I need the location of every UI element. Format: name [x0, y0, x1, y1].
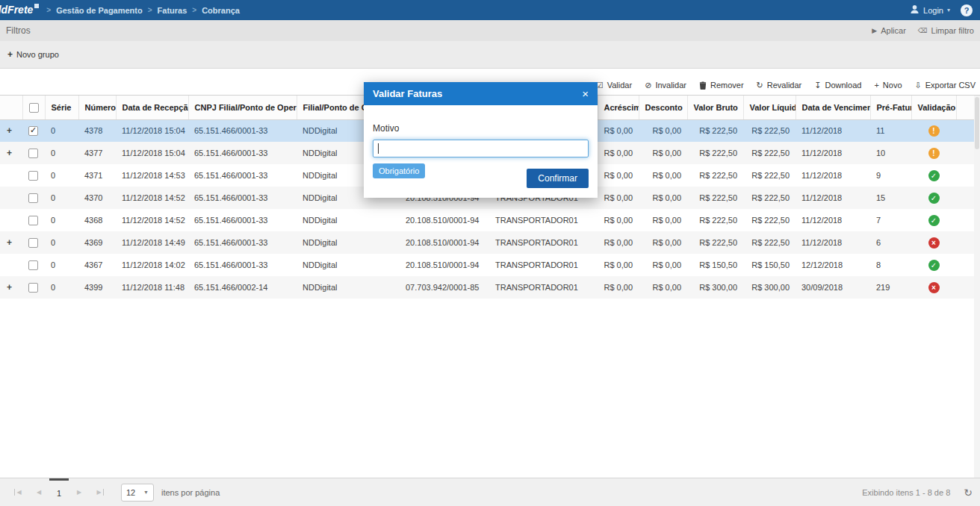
cell-cnpj-filial: 65.151.466/0002-14 — [188, 276, 297, 299]
page-size-dropdown[interactable]: 12 ▼ — [121, 484, 154, 502]
pager-right: Exibindo itens 1 - 8 de 8 ↻ — [862, 487, 973, 499]
validation-error-icon: × — [928, 282, 940, 293]
clear-filter-button[interactable]: ⌫ Limpar filtro — [918, 26, 974, 35]
row-checkbox[interactable] — [28, 149, 38, 158]
cell-numero: 4378 — [78, 119, 116, 142]
motivo-input[interactable] — [373, 140, 589, 157]
chevron-down-icon: ▼ — [143, 490, 149, 495]
cell-filial: NDDigital — [297, 209, 400, 231]
row-checkbox[interactable] — [28, 283, 38, 293]
breadcrumb-item-cobranca[interactable]: Cobrança — [202, 6, 240, 15]
export-csv-button[interactable]: ⇩ Exportar CSV — [915, 81, 976, 90]
row-expand-icon[interactable]: + — [7, 282, 12, 293]
table-row[interactable]: 0 4368 11/12/2018 14:52 65.151.466/0001-… — [0, 209, 974, 231]
cell-cnpj-filial: 65.151.466/0001-33 — [188, 164, 297, 187]
table-row[interactable]: + 0 4399 11/12/2018 11:48 65.151.466/000… — [0, 276, 974, 299]
row-expand-icon[interactable]: + — [7, 148, 12, 158]
cell-validacao: ! — [911, 142, 956, 164]
row-checkbox[interactable] — [28, 216, 38, 225]
cell-pre-fatura: 219 — [870, 276, 911, 299]
app-logo-text: ddFrete — [0, 0, 33, 20]
filters-panel-header: Filtros ▶ Aplicar ⌫ Limpar filtro — [0, 20, 980, 41]
row-expand-icon[interactable]: + — [7, 237, 12, 248]
required-validation-badge: Obrigatório — [373, 163, 425, 178]
table-row[interactable]: + 0 4369 11/12/2018 14:49 65.151.466/000… — [0, 231, 974, 254]
page-number-button[interactable]: 1 — [49, 478, 69, 506]
column-header-vencimento[interactable]: Data de Vencimento — [796, 96, 870, 119]
column-header-valor-bruto[interactable]: Valor Bruto — [687, 96, 743, 119]
cell-checkbox — [22, 231, 45, 254]
row-checkbox[interactable] — [28, 171, 38, 181]
vertical-scrollbar[interactable] — [974, 96, 980, 478]
cell-valor-liquido: R$ 222,50 — [743, 142, 796, 164]
column-header-recepcao[interactable]: Data de Recepção↓ — [116, 96, 188, 119]
column-header-validacao[interactable]: Validação — [911, 96, 956, 119]
cell-recepcao: 11/12/2018 14:52 — [116, 209, 188, 231]
new-group-button[interactable]: + Novo grupo — [7, 49, 59, 60]
column-header-select-all[interactable] — [22, 96, 45, 119]
modal-header[interactable]: Validar Faturas × — [364, 82, 598, 105]
invalidate-button[interactable]: ⊘ Invalidar — [645, 81, 686, 90]
motivo-label: Motivo — [373, 123, 589, 134]
play-icon: ▶ — [872, 27, 877, 34]
column-header-pre-fatura[interactable]: Pré-Fatura — [870, 96, 911, 119]
validation-ok-icon: ✓ — [928, 193, 940, 204]
column-header-acrescimo[interactable]: Acréscimo — [598, 96, 639, 119]
cell-filler — [956, 276, 974, 299]
eraser-icon: ⌫ — [918, 27, 928, 34]
last-page-button[interactable]: ▶ — [90, 478, 111, 506]
select-all-checkbox[interactable] — [29, 103, 39, 113]
cell-cnpj-filial: 65.151.466/0001-33 — [188, 119, 297, 142]
cell-pre-fatura: 10 — [870, 142, 911, 164]
first-page-button[interactable]: ◀ — [7, 478, 28, 506]
validate-label: Validar — [607, 81, 632, 90]
apply-filter-button[interactable]: ▶ Aplicar — [872, 26, 906, 35]
column-header-serie[interactable]: Série — [45, 96, 78, 119]
cell-valor-bruto: R$ 300,00 — [687, 276, 743, 299]
cell-acrescimo: R$ 0,00 — [598, 187, 639, 209]
app-logo[interactable]: ddFrete — [0, 0, 39, 20]
previous-page-button[interactable]: ◀ — [28, 478, 49, 506]
plus-icon: + — [874, 81, 878, 90]
cell-cnpj-filial: 65.151.466/0001-33 — [188, 231, 297, 254]
cell-valor-liquido: R$ 150,50 — [743, 254, 796, 276]
row-checkbox[interactable] — [28, 260, 38, 270]
scrollbar-thumb[interactable] — [975, 97, 979, 149]
cell-expand: + — [0, 119, 22, 142]
row-expand-icon[interactable]: + — [7, 125, 12, 136]
breadcrumb-item-faturas[interactable]: Faturas — [158, 6, 187, 15]
refresh-button[interactable]: ↻ — [964, 487, 973, 499]
column-header-numero[interactable]: Número — [78, 96, 116, 119]
revalidate-button[interactable]: ↻ Revalidar — [757, 81, 802, 90]
confirm-button[interactable]: Confirmar — [527, 169, 589, 188]
validate-button[interactable]: ☑ Validar — [596, 81, 632, 90]
remove-button[interactable]: Remover — [699, 81, 744, 90]
column-header-cnpj-filial[interactable]: CNPJ Filial/Ponto de Operação — [188, 96, 297, 119]
validation-warning-icon: ! — [928, 125, 940, 137]
motivo-input-wrap — [373, 140, 589, 157]
cell-vencimento: 12/12/2018 — [796, 254, 870, 276]
app-root: ddFrete > Gestão de Pagamento > Faturas … — [0, 0, 980, 506]
help-button[interactable]: ? — [961, 4, 973, 16]
cell-validacao: ✓ — [911, 254, 956, 276]
new-button[interactable]: + Novo — [874, 81, 902, 90]
row-checkbox[interactable] — [28, 193, 38, 203]
download-button[interactable]: ↧ Download — [814, 81, 861, 90]
close-icon[interactable]: × — [582, 88, 589, 99]
column-header-desconto[interactable]: Desconto — [639, 96, 687, 119]
column-header-valor-liquido[interactable]: Valor Líquido — [743, 96, 796, 119]
validation-ok-icon: ✓ — [928, 215, 940, 226]
topbar: ddFrete > Gestão de Pagamento > Faturas … — [0, 0, 980, 20]
cell-cnpj-transportadora: 20.108.510/0001-94 — [400, 231, 489, 254]
row-checkbox[interactable] — [28, 238, 38, 248]
next-page-button[interactable]: ▶ — [69, 478, 90, 506]
table-row[interactable]: 0 4367 11/12/2018 14:02 65.151.466/0001-… — [0, 254, 974, 276]
row-checkbox[interactable] — [28, 126, 38, 136]
breadcrumb-item-gestao[interactable]: Gestão de Pagamento — [56, 6, 143, 15]
cell-numero: 4367 — [78, 254, 116, 276]
column-header-filler — [956, 96, 974, 119]
cell-vencimento: 30/09/2018 — [796, 276, 870, 299]
login-menu[interactable]: Login ▾ — [910, 4, 950, 16]
topbar-right: Login ▾ ? — [910, 4, 973, 16]
cell-validacao: ✓ — [911, 164, 956, 187]
